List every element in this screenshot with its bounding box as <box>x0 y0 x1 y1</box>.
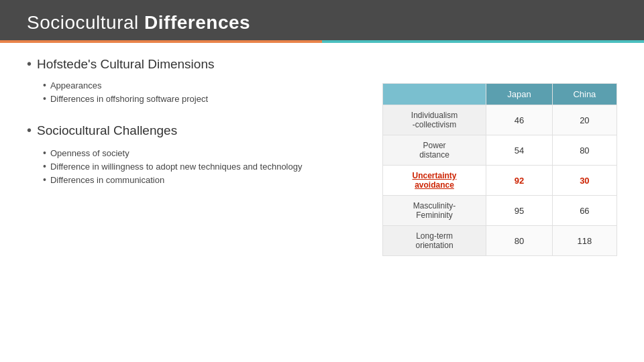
table-row: Masculinity- Femininity9566 <box>383 196 617 226</box>
table-row: Long-term orientation80118 <box>383 226 617 256</box>
col-header-japan: Japan <box>486 84 553 105</box>
china-value: 118 <box>552 226 616 256</box>
sub-dot: • <box>43 161 46 172</box>
sub-item-label: Openness of society <box>50 148 129 158</box>
sub-dot: • <box>43 147 46 158</box>
sub-dot: • <box>43 93 46 104</box>
left-column: • Hofstede's Cultural Dimensions • Appea… <box>27 56 362 349</box>
section2-heading: • Sociocultural Challenges <box>27 123 362 138</box>
title-regular: Sociocultural <box>27 12 144 33</box>
japan-value: 54 <box>486 135 553 166</box>
japan-value: 80 <box>486 226 553 256</box>
section1-heading: • Hofstede's Cultural Dimensions <box>27 56 362 72</box>
list-item: • Differences in communication <box>43 174 362 185</box>
dimension-label: Long-term orientation <box>383 226 486 256</box>
sub-item-label: Appearances <box>50 80 102 90</box>
list-item: • Difference in willingness to adopt new… <box>43 161 362 172</box>
china-value: 30 <box>552 166 616 196</box>
list-item: • Openness of society <box>43 147 362 158</box>
table-header-row: Japan China <box>383 84 617 105</box>
section1-subitems: • Appearances • Differences in offshorin… <box>43 80 362 107</box>
list-item: • Differences in offshoring software pro… <box>43 93 362 104</box>
section2-label: Sociocultural Challenges <box>37 123 177 138</box>
col-header-empty <box>383 84 486 105</box>
dimension-label: Uncertainty avoidance <box>383 166 486 196</box>
sub-item-label: Differences in communication <box>50 175 164 185</box>
table-row: Individualism -collectivism4620 <box>383 105 617 135</box>
section1-label: Hofstede's Cultural Dimensions <box>37 57 214 72</box>
slide-title: Sociocultural Differences <box>27 12 617 34</box>
china-value: 80 <box>552 135 616 166</box>
sub-item-label: Differences in offshoring software proje… <box>50 94 208 104</box>
sub-dot: • <box>43 80 46 90</box>
bullet-dot-2: • <box>27 123 32 138</box>
content-area: • Hofstede's Cultural Dimensions • Appea… <box>0 43 644 362</box>
dimension-label: Individualism -collectivism <box>383 105 486 135</box>
right-column: Japan China Individualism -collectivism4… <box>382 83 617 349</box>
japan-value: 46 <box>486 105 553 135</box>
china-value: 66 <box>552 196 616 226</box>
dimension-label: Power distance <box>383 135 486 166</box>
china-value: 20 <box>552 105 616 135</box>
table-row: Power distance5480 <box>383 135 617 166</box>
japan-value: 92 <box>486 166 553 196</box>
dimension-label: Masculinity- Femininity <box>383 196 486 226</box>
list-item: • Appearances <box>43 80 362 90</box>
slide: Sociocultural Differences • Hofstede's C… <box>0 0 644 362</box>
slide-header: Sociocultural Differences <box>0 0 644 43</box>
japan-value: 95 <box>486 196 553 226</box>
sub-item-label: Difference in willingness to adopt new t… <box>50 162 303 172</box>
dimensions-table: Japan China Individualism -collectivism4… <box>382 83 617 256</box>
section2-subitems: • Openness of society • Difference in wi… <box>43 147 362 188</box>
title-bold: Differences <box>144 12 250 33</box>
col-header-china: China <box>552 84 616 105</box>
table-row: Uncertainty avoidance9230 <box>383 166 617 196</box>
bullet-dot-1: • <box>27 56 32 72</box>
sub-dot: • <box>43 174 46 185</box>
